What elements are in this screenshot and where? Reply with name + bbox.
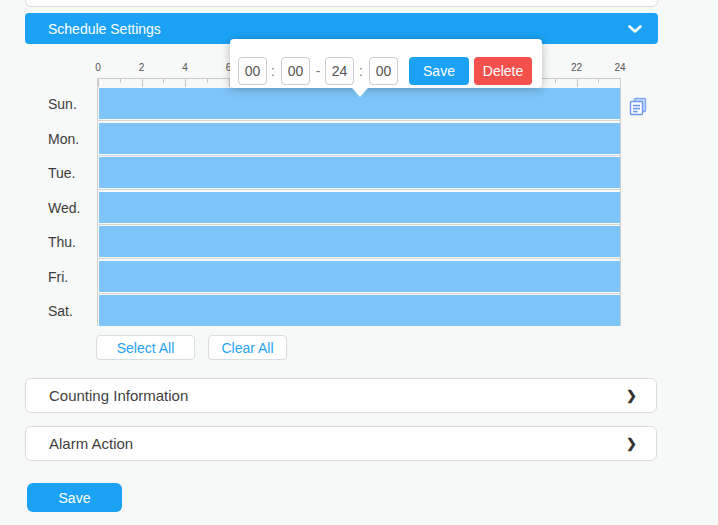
ruler-label-2: 2 [139,62,145,73]
schedule-bar-wed[interactable] [99,192,620,223]
section-counting-information[interactable]: Counting Information ❯ [25,378,657,413]
schedule-bar-thu[interactable] [99,226,620,257]
grid-left-border [97,78,98,326]
day-label-thu: Thu. [48,234,76,250]
copy-schedule-icon[interactable] [627,96,649,118]
popup-delete-button[interactable]: Delete [474,57,532,85]
chevron-down-icon [628,25,642,33]
ruler-tick [98,78,99,87]
ruler-label-4: 4 [182,62,188,73]
start-hour-input[interactable] [238,57,267,85]
chevron-right-icon: ❯ [626,436,637,451]
time-colon-2: : [356,57,366,85]
row-separator [97,155,621,156]
time-range-popup: : - : Save Delete [230,39,542,88]
row-separator [97,224,621,225]
ruler-label-22: 22 [571,62,582,73]
grid-right-border [620,78,621,326]
day-label-sat: Sat. [48,303,73,319]
clear-all-button[interactable]: Clear All [208,335,287,360]
save-button[interactable]: Save [27,483,122,512]
ruler-tick [577,78,578,87]
select-all-button[interactable]: Select All [96,335,195,360]
section-alarm-action[interactable]: Alarm Action ❯ [25,426,657,461]
ruler-label-24: 24 [614,62,625,73]
ruler-label-0: 0 [95,62,101,73]
time-colon-1: : [268,57,278,85]
day-label-mon: Mon. [48,131,79,147]
day-label-wed: Wed. [48,200,80,216]
day-label-tue: Tue. [48,165,76,181]
schedule-bar-tue[interactable] [99,157,620,188]
schedule-bar-sat[interactable] [99,295,620,326]
ruler-tick [142,78,143,87]
schedule-settings-title: Schedule Settings [48,21,161,37]
end-hour-input[interactable] [325,57,354,85]
day-label-sun: Sun. [48,96,77,112]
time-dash: - [313,57,323,85]
row-separator [97,120,621,121]
previous-panel-edge [25,0,658,7]
row-separator [97,189,621,190]
end-minute-input[interactable] [369,57,398,85]
counting-information-label: Counting Information [49,387,188,404]
schedule-settings-page: Schedule Settings 024681012141618202224 … [0,0,718,525]
schedule-bar-fri[interactable] [99,261,620,292]
schedule-bar-mon[interactable] [99,123,620,154]
day-label-fri: Fri. [48,269,68,285]
popup-save-button[interactable]: Save [409,57,469,85]
alarm-action-label: Alarm Action [49,435,133,452]
chevron-right-icon: ❯ [626,388,637,403]
row-separator [97,293,621,294]
row-separator [97,258,621,259]
start-minute-input[interactable] [281,57,310,85]
ruler-tick [185,78,186,87]
